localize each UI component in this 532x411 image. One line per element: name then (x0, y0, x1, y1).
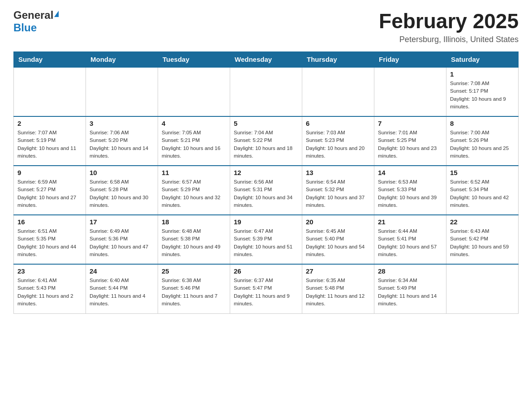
calendar-cell: 9Sunrise: 6:59 AMSunset: 5:27 PMDaylight… (14, 166, 86, 215)
day-number: 4 (162, 120, 226, 127)
calendar-cell: 11Sunrise: 6:57 AMSunset: 5:29 PMDayligh… (158, 166, 230, 215)
calendar-cell: 10Sunrise: 6:58 AMSunset: 5:28 PMDayligh… (86, 166, 158, 215)
day-number: 20 (306, 218, 370, 226)
page-header: General Blue February 2025 Petersburg, I… (13, 9, 519, 44)
calendar-cell: 23Sunrise: 6:41 AMSunset: 5:43 PMDayligh… (14, 264, 86, 313)
calendar-cell (86, 67, 158, 116)
calendar-cell (14, 67, 86, 116)
day-info: Sunrise: 6:54 AMSunset: 5:32 PMDaylight:… (306, 178, 370, 209)
day-number: 2 (17, 120, 82, 127)
calendar-cell (302, 67, 374, 116)
weekday-header-saturday: Saturday (446, 52, 519, 68)
month-title: February 2025 (379, 9, 519, 33)
calendar-cell: 20Sunrise: 6:45 AMSunset: 5:40 PMDayligh… (302, 215, 374, 264)
calendar-week-row: 9Sunrise: 6:59 AMSunset: 5:27 PMDaylight… (14, 166, 519, 215)
day-number: 18 (162, 218, 226, 226)
day-number: 14 (378, 169, 442, 176)
day-info: Sunrise: 7:05 AMSunset: 5:21 PMDaylight:… (162, 129, 226, 160)
calendar-cell: 13Sunrise: 6:54 AMSunset: 5:32 PMDayligh… (302, 166, 374, 215)
day-info: Sunrise: 6:35 AMSunset: 5:48 PMDaylight:… (306, 277, 370, 308)
day-number: 6 (306, 120, 370, 127)
calendar-week-row: 23Sunrise: 6:41 AMSunset: 5:43 PMDayligh… (14, 264, 519, 313)
day-info: Sunrise: 6:48 AMSunset: 5:38 PMDaylight:… (162, 227, 226, 258)
day-info: Sunrise: 7:03 AMSunset: 5:23 PMDaylight:… (306, 129, 370, 160)
calendar-table: SundayMondayTuesdayWednesdayThursdayFrid… (13, 51, 519, 314)
day-info: Sunrise: 7:04 AMSunset: 5:22 PMDaylight:… (234, 129, 298, 160)
day-number: 25 (162, 267, 226, 275)
location-title: Petersburg, Illinois, United States (379, 35, 519, 44)
calendar-cell: 12Sunrise: 6:56 AMSunset: 5:31 PMDayligh… (230, 166, 302, 215)
day-info: Sunrise: 7:01 AMSunset: 5:25 PMDaylight:… (378, 129, 442, 160)
calendar-header-row: SundayMondayTuesdayWednesdayThursdayFrid… (14, 52, 519, 68)
logo-general-text: General (13, 9, 53, 21)
calendar-cell: 7Sunrise: 7:01 AMSunset: 5:25 PMDaylight… (374, 116, 446, 166)
calendar-cell (158, 67, 230, 116)
calendar-cell: 5Sunrise: 7:04 AMSunset: 5:22 PMDaylight… (230, 116, 302, 166)
day-number: 26 (234, 267, 298, 275)
day-info: Sunrise: 7:00 AMSunset: 5:26 PMDaylight:… (450, 129, 515, 160)
calendar-cell: 2Sunrise: 7:07 AMSunset: 5:19 PMDaylight… (14, 116, 86, 166)
day-info: Sunrise: 7:07 AMSunset: 5:19 PMDaylight:… (17, 129, 82, 160)
day-info: Sunrise: 6:59 AMSunset: 5:27 PMDaylight:… (17, 178, 82, 209)
day-number: 19 (234, 218, 298, 226)
calendar-cell: 1Sunrise: 7:08 AMSunset: 5:17 PMDaylight… (446, 67, 519, 116)
calendar-cell: 8Sunrise: 7:00 AMSunset: 5:26 PMDaylight… (446, 116, 519, 166)
day-info: Sunrise: 7:08 AMSunset: 5:17 PMDaylight:… (450, 80, 515, 111)
calendar-cell: 3Sunrise: 7:06 AMSunset: 5:20 PMDaylight… (86, 116, 158, 166)
calendar-cell: 26Sunrise: 6:37 AMSunset: 5:47 PMDayligh… (230, 264, 302, 313)
day-number: 15 (450, 169, 515, 176)
logo-triangle-icon (54, 11, 59, 17)
day-info: Sunrise: 6:51 AMSunset: 5:35 PMDaylight:… (17, 227, 82, 258)
calendar-week-row: 1Sunrise: 7:08 AMSunset: 5:17 PMDaylight… (14, 67, 519, 116)
day-number: 24 (90, 267, 154, 275)
weekday-header-monday: Monday (86, 52, 158, 68)
calendar-cell (230, 67, 302, 116)
day-info: Sunrise: 6:43 AMSunset: 5:42 PMDaylight:… (450, 227, 515, 258)
logo-blue-text: Blue (13, 21, 37, 34)
day-number: 21 (378, 218, 442, 226)
calendar-week-row: 2Sunrise: 7:07 AMSunset: 5:19 PMDaylight… (14, 116, 519, 166)
day-number: 12 (234, 169, 298, 176)
calendar-week-row: 16Sunrise: 6:51 AMSunset: 5:35 PMDayligh… (14, 215, 519, 264)
day-number: 13 (306, 169, 370, 176)
calendar-cell: 16Sunrise: 6:51 AMSunset: 5:35 PMDayligh… (14, 215, 86, 264)
day-number: 1 (450, 70, 515, 78)
calendar-cell: 4Sunrise: 7:05 AMSunset: 5:21 PMDaylight… (158, 116, 230, 166)
calendar-cell (446, 264, 519, 313)
calendar-cell: 14Sunrise: 6:53 AMSunset: 5:33 PMDayligh… (374, 166, 446, 215)
day-info: Sunrise: 6:45 AMSunset: 5:40 PMDaylight:… (306, 227, 370, 258)
day-info: Sunrise: 6:41 AMSunset: 5:43 PMDaylight:… (17, 277, 82, 308)
title-area: February 2025 Petersburg, Illinois, Unit… (379, 9, 519, 44)
day-number: 22 (450, 218, 515, 226)
day-info: Sunrise: 6:47 AMSunset: 5:39 PMDaylight:… (234, 227, 298, 258)
day-info: Sunrise: 6:58 AMSunset: 5:28 PMDaylight:… (90, 178, 154, 209)
calendar-cell: 21Sunrise: 6:44 AMSunset: 5:41 PMDayligh… (374, 215, 446, 264)
weekday-header-sunday: Sunday (14, 52, 86, 68)
calendar-cell: 15Sunrise: 6:52 AMSunset: 5:34 PMDayligh… (446, 166, 519, 215)
day-info: Sunrise: 6:57 AMSunset: 5:29 PMDaylight:… (162, 178, 226, 209)
day-info: Sunrise: 6:53 AMSunset: 5:33 PMDaylight:… (378, 178, 442, 209)
calendar-cell (374, 67, 446, 116)
calendar-cell: 24Sunrise: 6:40 AMSunset: 5:44 PMDayligh… (86, 264, 158, 313)
day-info: Sunrise: 6:56 AMSunset: 5:31 PMDaylight:… (234, 178, 298, 209)
day-number: 27 (306, 267, 370, 275)
day-number: 9 (17, 169, 82, 176)
calendar-cell: 17Sunrise: 6:49 AMSunset: 5:36 PMDayligh… (86, 215, 158, 264)
weekday-header-thursday: Thursday (302, 52, 374, 68)
day-number: 28 (378, 267, 442, 275)
day-number: 5 (234, 120, 298, 127)
logo: General Blue (13, 9, 59, 34)
calendar-cell: 27Sunrise: 6:35 AMSunset: 5:48 PMDayligh… (302, 264, 374, 313)
day-number: 23 (17, 267, 82, 275)
weekday-header-tuesday: Tuesday (158, 52, 230, 68)
day-number: 10 (90, 169, 154, 176)
calendar-cell: 22Sunrise: 6:43 AMSunset: 5:42 PMDayligh… (446, 215, 519, 264)
weekday-header-friday: Friday (374, 52, 446, 68)
day-number: 3 (90, 120, 154, 127)
day-info: Sunrise: 7:06 AMSunset: 5:20 PMDaylight:… (90, 129, 154, 160)
day-info: Sunrise: 6:34 AMSunset: 5:49 PMDaylight:… (378, 277, 442, 308)
day-number: 17 (90, 218, 154, 226)
day-info: Sunrise: 6:38 AMSunset: 5:46 PMDaylight:… (162, 277, 226, 308)
day-info: Sunrise: 6:49 AMSunset: 5:36 PMDaylight:… (90, 227, 154, 258)
calendar-cell: 6Sunrise: 7:03 AMSunset: 5:23 PMDaylight… (302, 116, 374, 166)
